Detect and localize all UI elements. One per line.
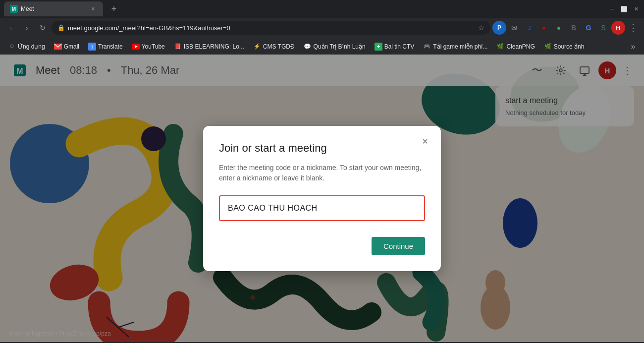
address-bar: ‹ › ↻ 🔒 meet.google.com/_meet?hl=en-GB&h… [0,18,644,38]
svg-text:T: T [91,45,94,50]
lock-icon: 🔒 [57,24,65,31]
modal-overlay: × Join or start a meeting Enter the meet… [0,55,644,342]
translate-icon[interactable]: G [582,21,595,35]
quan-tri-icon: 💬 [304,43,312,51]
bookmark-label: ISB ELEARNING: Lo... [184,43,244,50]
bookmark-label: Ứng dụng [18,43,45,50]
bookmark-source[interactable]: 🌿 Source ảnh [540,41,589,53]
ung-dung-icon: ⚙ [8,43,16,51]
bookmark-translate[interactable]: T Translate [84,41,127,53]
modal-actions: Continue [219,237,425,255]
bookmark-isb[interactable]: 📕 ISB ELEARNING: Lo... [170,41,248,53]
game-icon: 🎮 [423,43,431,51]
jira-icon[interactable]: J [522,21,536,35]
modal-close-button[interactable]: × [417,134,433,150]
bookmark-cleanpng[interactable]: 🌿 CleanPNG [492,41,538,53]
join-meeting-modal: × Join or start a meeting Enter the meet… [203,126,441,271]
bookmark-label: YouTube [142,43,165,50]
title-bar: M Meet × + − ⬜ ✕ [0,0,644,18]
bai-tin-icon: + [375,43,382,51]
svg-text:M: M [12,6,16,12]
youtube-bookmark-icon [132,43,140,51]
continue-button[interactable]: Continue [372,237,425,255]
forward-button[interactable]: › [20,21,34,35]
bookmarks-more-button[interactable]: » [626,40,640,54]
tab-close-button[interactable]: × [89,5,97,13]
bookmark-bai-tin[interactable]: + Bai tin CTV [371,41,419,53]
gmail-icon[interactable]: ✉ [507,21,521,35]
lastpass-icon[interactable]: ● [537,21,551,35]
active-tab[interactable]: M Meet × [4,1,103,16]
browser-menu-button[interactable]: ⋮ [626,21,640,35]
bookmark-label: Tải game miễn phí... [433,43,487,50]
bookmark-label: Gmail [64,43,79,50]
maximize-button[interactable]: ⬜ [620,5,628,13]
bookmark-ung-dung[interactable]: ⚙ Ứng dụng [4,41,49,53]
isb-icon: 📕 [174,43,182,51]
close-window-button[interactable]: ✕ [632,5,640,13]
bookmark-cms[interactable]: ⚡ CMS TGDĐ [249,41,299,53]
browser-profile-button[interactable]: H [611,21,625,35]
modal-description: Enter the meeting code or a nickname. To… [219,163,425,183]
cleanpng-icon: 🌿 [496,43,504,51]
extension-green-icon[interactable]: ● [552,21,566,35]
bookmark-quan-tri[interactable]: 💬 Quản Trị Bình Luận [300,41,370,53]
back-button[interactable]: ‹ [4,21,18,35]
bookmark-star-icon[interactable]: ☆ [478,24,484,32]
meeting-code-input[interactable] [219,195,425,221]
bookmark-youtube[interactable]: YouTube [128,41,169,53]
browser-toolbar: P ✉ J ● ● B G S H ⋮ [492,21,640,35]
bookmark-label: Translate [98,43,123,50]
extension-s-icon[interactable]: S [596,21,610,35]
bookmark-label: CleanPNG [506,43,535,50]
url-text: meet.google.com/_meet?hl=en-GB&hs=119&au… [68,24,475,32]
main-content: M Meet 08:18 • Thu, 26 Mar 〜 H ⋮ start a… [0,55,644,342]
address-input[interactable]: 🔒 meet.google.com/_meet?hl=en-GB&hs=119&… [52,21,490,35]
new-tab-button[interactable]: + [107,2,121,16]
bookmark-label: Bai tin CTV [384,43,415,50]
modal-title: Join or start a meeting [219,142,425,155]
bookmark-game[interactable]: 🎮 Tải game miễn phí... [419,41,491,53]
extension-b-icon[interactable]: B [567,21,581,35]
bookmark-gmail[interactable]: Gmail [50,41,83,53]
reload-button[interactable]: ↻ [36,21,50,35]
translate-bookmark-icon: T [88,43,96,51]
tab-title: Meet [21,5,86,12]
bookmark-label: Quản Trị Bình Luận [314,43,366,50]
profile-p-icon[interactable]: P [492,21,506,35]
svg-text:+: + [376,43,380,50]
cms-icon: ⚡ [253,43,261,51]
gmail-bookmark-icon [54,43,62,51]
bookmark-label: CMS TGDĐ [263,43,295,50]
bookmarks-bar: ⚙ Ứng dụng Gmail T Translate YouTube 📕 I… [0,38,644,55]
bookmark-label: Source ảnh [554,43,585,50]
tab-favicon: M [10,5,18,13]
source-icon: 🌿 [544,43,552,51]
minimize-button[interactable]: − [608,5,616,13]
